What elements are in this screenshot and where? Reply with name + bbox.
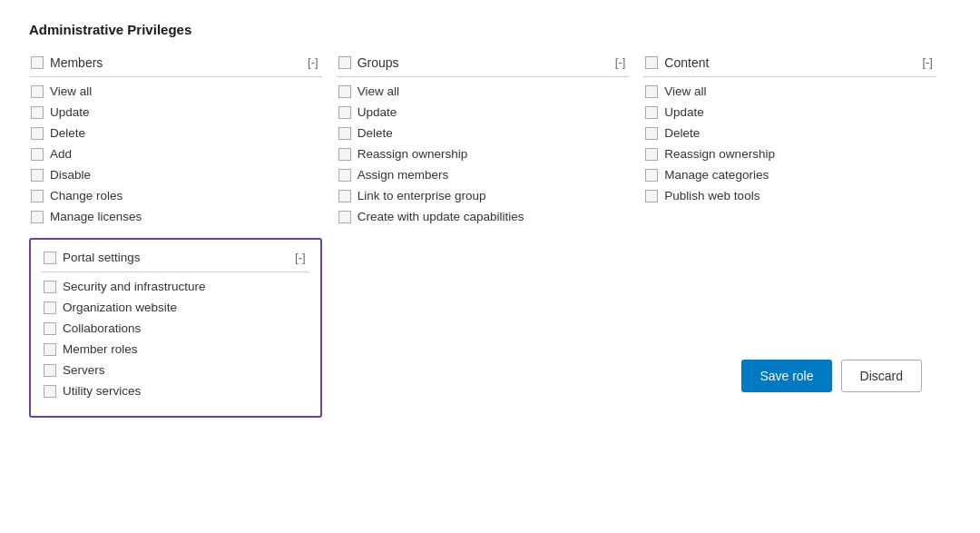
portal-org-website-checkbox[interactable]: [44, 301, 56, 314]
portal-servers-checkbox[interactable]: [44, 364, 56, 377]
content-header: Content [-]: [643, 54, 936, 77]
members-delete-checkbox[interactable]: [31, 127, 44, 140]
portal-settings-checkbox[interactable]: [44, 252, 56, 264]
content-delete-checkbox[interactable]: [645, 127, 658, 140]
groups-header-left: Groups: [337, 55, 399, 70]
portal-collaborations-checkbox[interactable]: [44, 322, 56, 335]
groups-delete-label: Delete: [358, 126, 393, 140]
bottom-actions: Save role Discard: [741, 360, 922, 392]
groups-create-update[interactable]: Create with update capabilities: [337, 210, 630, 223]
groups-assign-members[interactable]: Assign members: [337, 168, 630, 182]
groups-column: Groups [-] View all Update Delete Reassi…: [337, 54, 644, 418]
groups-view-all-checkbox[interactable]: [338, 85, 351, 98]
content-publish-web-tools-checkbox[interactable]: [645, 190, 658, 202]
portal-member-roles-checkbox[interactable]: [44, 343, 56, 356]
portal-security-label: Security and infrastructure: [63, 280, 206, 293]
content-delete[interactable]: Delete: [643, 126, 936, 140]
content-view-all-label: View all: [664, 84, 706, 98]
portal-settings-label: Portal settings: [63, 251, 141, 264]
content-publish-web-tools-label: Publish web tools: [664, 189, 760, 202]
members-update-checkbox[interactable]: [31, 106, 44, 119]
groups-create-update-label: Create with update capabilities: [358, 210, 524, 223]
members-update-label: Update: [50, 105, 90, 119]
members-delete[interactable]: Delete: [29, 126, 322, 140]
portal-security-checkbox[interactable]: [44, 281, 56, 293]
content-view-all-checkbox[interactable]: [645, 85, 658, 98]
members-header: Members [-]: [29, 54, 322, 77]
groups-update-checkbox[interactable]: [338, 106, 351, 119]
content-publish-web-tools[interactable]: Publish web tools: [643, 189, 936, 202]
portal-collaborations[interactable]: Collaborations: [42, 321, 309, 335]
portal-org-website[interactable]: Organization website: [42, 301, 309, 314]
portal-member-roles[interactable]: Member roles: [42, 342, 309, 356]
content-reassign-ownership[interactable]: Reassign ownership: [643, 147, 936, 161]
groups-link-enterprise-checkbox[interactable]: [338, 190, 351, 202]
groups-delete-checkbox[interactable]: [338, 127, 351, 140]
page-title: Administrative Privileges: [29, 22, 951, 37]
portal-settings-header: Portal settings [-]: [42, 249, 309, 272]
content-reassign-ownership-checkbox[interactable]: [645, 148, 658, 161]
members-disable-checkbox[interactable]: [31, 169, 44, 182]
members-manage-licenses-checkbox[interactable]: [31, 211, 44, 223]
content-update-checkbox[interactable]: [645, 106, 658, 119]
portal-settings-collapse-btn[interactable]: [-]: [291, 249, 309, 266]
members-disable[interactable]: Disable: [29, 168, 322, 182]
content-manage-categories-label: Manage categories: [664, 168, 769, 182]
members-view-all-checkbox[interactable]: [31, 85, 44, 98]
portal-settings-header-left: Portal settings: [42, 251, 141, 264]
groups-reassign-ownership-checkbox[interactable]: [338, 148, 351, 161]
members-collapse-btn[interactable]: [-]: [304, 54, 322, 71]
portal-utility-services-checkbox[interactable]: [44, 385, 56, 398]
content-delete-label: Delete: [664, 126, 700, 140]
groups-view-all[interactable]: View all: [337, 84, 630, 98]
groups-assign-members-label: Assign members: [358, 168, 449, 182]
members-add-label: Add: [50, 147, 72, 161]
save-role-button[interactable]: Save role: [741, 360, 831, 392]
groups-update[interactable]: Update: [337, 105, 630, 119]
members-view-all-label: View all: [50, 84, 92, 98]
groups-label: Groups: [358, 55, 399, 70]
members-update[interactable]: Update: [29, 105, 322, 119]
portal-settings-checkbox-item[interactable]: Portal settings: [42, 251, 141, 264]
groups-delete[interactable]: Delete: [337, 126, 630, 140]
content-checkbox-item[interactable]: Content: [643, 55, 709, 70]
content-manage-categories-checkbox[interactable]: [645, 169, 658, 182]
members-add[interactable]: Add: [29, 147, 322, 161]
members-column: Members [-] View all Update Delete Add: [29, 54, 337, 418]
content-area: Administrative Privileges Members [-] Vi…: [29, 22, 951, 418]
members-manage-licenses[interactable]: Manage licenses: [29, 210, 322, 223]
content-collapse-btn[interactable]: [-]: [918, 54, 936, 71]
groups-reassign-ownership[interactable]: Reassign ownership: [337, 147, 630, 161]
groups-link-enterprise-label: Link to enterprise group: [358, 189, 486, 202]
portal-org-website-label: Organization website: [63, 301, 177, 314]
portal-member-roles-label: Member roles: [63, 342, 138, 356]
members-change-roles-checkbox[interactable]: [31, 190, 44, 202]
members-checkbox-item[interactable]: Members: [29, 55, 103, 70]
portal-servers[interactable]: Servers: [42, 363, 309, 377]
members-checkbox[interactable]: [31, 56, 44, 69]
groups-assign-members-checkbox[interactable]: [338, 169, 351, 182]
content-view-all[interactable]: View all: [643, 84, 936, 98]
groups-checkbox-item[interactable]: Groups: [337, 55, 399, 70]
members-change-roles[interactable]: Change roles: [29, 189, 322, 202]
content-header-left: Content: [643, 55, 709, 70]
groups-checkbox[interactable]: [338, 56, 351, 69]
groups-reassign-ownership-label: Reassign ownership: [358, 147, 468, 161]
groups-create-update-checkbox[interactable]: [338, 211, 351, 223]
members-delete-label: Delete: [50, 126, 85, 140]
portal-settings-box: Portal settings [-] Security and infrast…: [29, 238, 322, 418]
content-update[interactable]: Update: [643, 105, 936, 119]
members-label: Members: [50, 55, 103, 70]
content-checkbox[interactable]: [645, 56, 658, 69]
members-add-checkbox[interactable]: [31, 148, 44, 161]
groups-collapse-btn[interactable]: [-]: [612, 54, 630, 71]
portal-utility-services[interactable]: Utility services: [42, 384, 309, 398]
portal-servers-label: Servers: [63, 363, 105, 377]
portal-security[interactable]: Security and infrastructure: [42, 280, 309, 293]
content-manage-categories[interactable]: Manage categories: [643, 168, 936, 182]
discard-button[interactable]: Discard: [841, 360, 922, 392]
members-header-left: Members: [29, 55, 103, 70]
portal-collaborations-label: Collaborations: [63, 321, 141, 335]
members-view-all[interactable]: View all: [29, 84, 322, 98]
groups-link-enterprise[interactable]: Link to enterprise group: [337, 189, 630, 202]
